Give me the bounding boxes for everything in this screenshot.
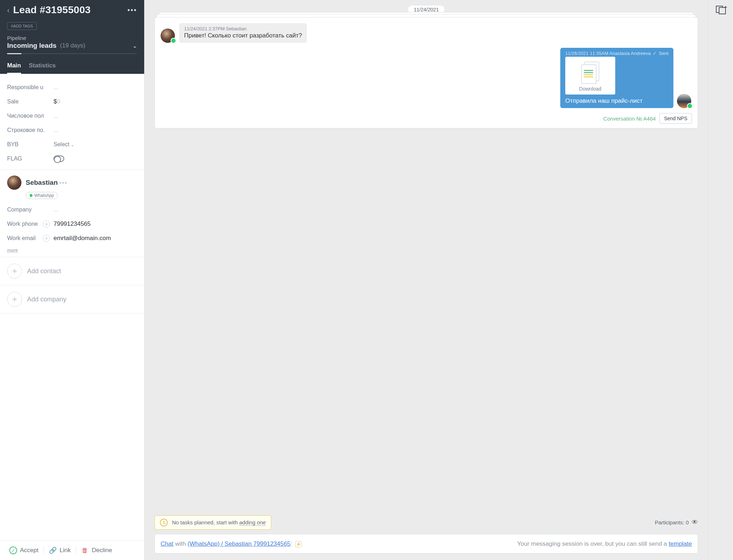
message-meta: 11/26/2021 11:35AM Anastasia Andreeva ✓ …: [565, 51, 668, 56]
phone-label: Work phone: [7, 221, 43, 227]
right-toolbar: +: [708, 0, 733, 560]
message-status: Sent: [659, 51, 668, 56]
field-label-byb: BYB: [7, 141, 54, 148]
pipeline-progress: [7, 53, 137, 54]
template-link[interactable]: template: [669, 540, 692, 547]
reply-colon: :: [290, 540, 294, 547]
chevron-down-icon: ⌄: [132, 42, 137, 49]
field-label-string: Строковое по.: [7, 127, 54, 133]
field-label-numeric: Числовое пол: [7, 113, 54, 119]
tasks-text: No tasks planned, start with: [172, 519, 239, 525]
add-task-link[interactable]: adding one: [239, 519, 266, 526]
accept-button[interactable]: ✓ Accept: [5, 546, 43, 554]
conversation-id[interactable]: Conversation № A464: [603, 116, 656, 122]
field-label-sale: Sale: [7, 98, 54, 105]
link-label: Link: [60, 547, 71, 554]
custom-fields: Responsible u ... Sale $0 Числовое пол .…: [0, 74, 144, 170]
back-icon[interactable]: ‹: [7, 6, 10, 14]
field-label-responsible: Responsible u: [7, 84, 54, 91]
flag-toggle[interactable]: [54, 156, 64, 162]
message-text: Отправила наш прайс-лист: [565, 97, 668, 105]
eye-icon: 👁: [692, 519, 698, 526]
message-meta: 11/24/2021 2:37PM Sebastian: [184, 26, 302, 31]
email-value[interactable]: emrtail@domain.com: [54, 235, 111, 242]
tab-main[interactable]: Main: [7, 62, 21, 74]
lead-details-panel: ‹ Lead #31955003 ••• #ADD TAGS Pipeline …: [0, 0, 145, 560]
new-note-icon[interactable]: +: [716, 6, 726, 14]
field-label-flag: FLAG: [7, 156, 54, 162]
field-value-byb[interactable]: Select⌄: [54, 141, 74, 148]
link-icon: 🔗: [49, 546, 57, 554]
download-label: Download: [579, 86, 601, 92]
add-email-icon[interactable]: +: [43, 235, 50, 242]
pipeline-label: Pipeline: [7, 35, 137, 41]
phone-value[interactable]: 79991234565: [54, 220, 91, 228]
file-attachment[interactable]: Download: [565, 57, 615, 95]
send-nps-button[interactable]: Send NPS: [659, 113, 692, 124]
pipeline-days: (19 days): [60, 42, 85, 49]
add-contact-button[interactable]: + Add contact: [0, 257, 144, 285]
chat-link[interactable]: Chat: [161, 540, 173, 547]
message-bubble: 11/24/2021 2:37PM Sebastian Привет! Скол…: [179, 23, 307, 43]
check-circle-icon: ✓: [9, 546, 17, 554]
link-button[interactable]: 🔗 Link: [45, 546, 75, 554]
field-value-sale[interactable]: $0: [54, 98, 60, 105]
divider: [44, 546, 44, 555]
sale-amount: 0: [57, 98, 60, 105]
no-tasks-banner: No tasks planned, start with adding one: [155, 515, 271, 530]
conversation-panel: 11/24/2021 11/24/2021 2:37PM Sebastian П…: [145, 0, 708, 560]
contact-more-link[interactable]: more: [7, 248, 18, 253]
feed-footer: No tasks planned, start with adding one …: [145, 512, 708, 560]
tab-statistics[interactable]: Statistics: [29, 62, 56, 74]
email-label: Work email: [7, 235, 43, 241]
pipeline-stage: Incoming leads: [7, 42, 56, 50]
reply-composer[interactable]: Chat with (WhatsApp) / Sebastian 7999123…: [155, 534, 698, 554]
chevron-down-icon: ⌄: [71, 142, 74, 147]
message-avatar-wrap: [677, 48, 692, 108]
company-value[interactable]: ...: [54, 207, 58, 213]
lead-footer-actions: ✓ Accept 🔗 Link 🗑 Decline: [0, 540, 144, 560]
company-label: Company: [7, 207, 43, 213]
decline-button[interactable]: 🗑 Decline: [77, 546, 116, 554]
participants[interactable]: Participants: 0 👁: [655, 519, 698, 526]
message-meta-text: 11/26/2021 11:35AM Anastasia Andreeva: [565, 51, 651, 56]
lead-title: Lead #31955003: [13, 4, 124, 16]
accept-label: Accept: [20, 547, 39, 554]
field-value-responsible[interactable]: ...: [54, 84, 58, 91]
add-contact-label: Add contact: [27, 268, 61, 275]
conversation-card: 11/24/2021 2:37PM Sebastian Привет! Скол…: [155, 17, 698, 128]
message-outgoing: 11/26/2021 11:35AM Anastasia Andreeva ✓ …: [161, 48, 692, 108]
divider: [76, 546, 76, 555]
conversation-footer: Conversation № A464 Send NPS: [161, 113, 692, 124]
lead-header: ‹ Lead #31955003 ••• #ADD TAGS Pipeline …: [0, 0, 144, 74]
lead-more-icon[interactable]: •••: [127, 6, 137, 14]
field-value-string[interactable]: ...: [54, 127, 58, 133]
byb-select-text: Select: [54, 141, 69, 147]
whatsapp-label: WhatsApp: [34, 193, 54, 198]
message-bubble: 11/26/2021 11:35AM Anastasia Andreeva ✓ …: [560, 48, 673, 108]
add-phone-icon[interactable]: +: [43, 220, 50, 228]
whatsapp-icon: [687, 103, 693, 109]
reply-with: with: [173, 540, 188, 547]
add-tags-button[interactable]: #ADD TAGS: [7, 22, 37, 30]
bolt-icon[interactable]: ⚡: [295, 541, 302, 548]
field-value-numeric[interactable]: ...: [54, 113, 58, 119]
check-icon: ✓: [653, 51, 657, 56]
contact-name[interactable]: Sebastian: [26, 179, 58, 186]
whatsapp-icon: [30, 194, 32, 197]
message-avatar-wrap: [161, 23, 176, 43]
whatsapp-badge[interactable]: WhatsApp: [26, 192, 58, 199]
decline-label: Decline: [92, 547, 112, 554]
pipeline-selector[interactable]: Incoming leads (19 days) ⌄: [7, 42, 137, 50]
contact-more-icon[interactable]: •••: [59, 180, 67, 186]
contact-avatar[interactable]: [7, 175, 21, 190]
reply-tail: Your messaging session is over, but you …: [517, 540, 669, 547]
chat-target-link[interactable]: (WhatsApp) / Sebastian 79991234565: [188, 540, 290, 547]
document-icon: [581, 62, 599, 83]
participants-label: Participants:: [655, 519, 686, 525]
plus-icon: +: [7, 264, 22, 279]
plus-icon: +: [7, 292, 22, 307]
clock-icon: [160, 519, 168, 526]
message-text: Привет! Сколько стоит разработать сайт?: [184, 32, 302, 39]
add-company-button[interactable]: + Add company: [0, 285, 144, 314]
